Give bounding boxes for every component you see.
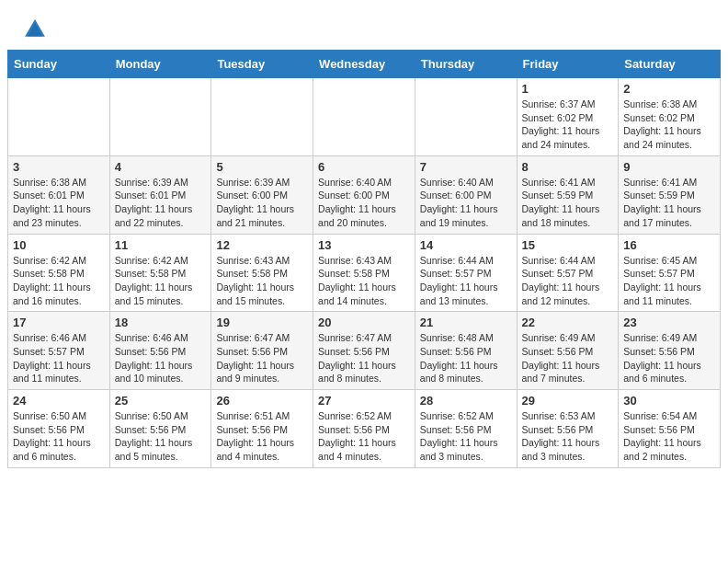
calendar-cell: 18Sunrise: 6:46 AMSunset: 5:56 PMDayligh… <box>109 312 211 390</box>
calendar-cell: 14Sunrise: 6:44 AMSunset: 5:57 PMDayligh… <box>415 234 517 312</box>
day-info: Sunrise: 6:48 AMSunset: 5:56 PMDaylight:… <box>420 331 512 385</box>
calendar-week-5: 24Sunrise: 6:50 AMSunset: 5:56 PMDayligh… <box>8 390 721 468</box>
calendar-cell: 1Sunrise: 6:37 AMSunset: 6:02 PMDaylight… <box>517 78 619 156</box>
calendar-cell: 28Sunrise: 6:52 AMSunset: 5:56 PMDayligh… <box>415 390 517 468</box>
day-info: Sunrise: 6:39 AMSunset: 6:00 PMDaylight:… <box>216 176 308 230</box>
calendar-cell: 5Sunrise: 6:39 AMSunset: 6:00 PMDaylight… <box>211 155 313 234</box>
day-number: 22 <box>522 316 614 329</box>
day-info: Sunrise: 6:50 AMSunset: 5:56 PMDaylight:… <box>13 409 105 464</box>
day-info: Sunrise: 6:47 AMSunset: 5:56 PMDaylight:… <box>216 331 308 385</box>
calendar-week-1: 1Sunrise: 6:37 AMSunset: 6:02 PMDaylight… <box>8 78 721 156</box>
day-number: 21 <box>420 316 512 329</box>
day-info: Sunrise: 6:52 AMSunset: 5:56 PMDaylight:… <box>420 409 512 464</box>
day-number: 10 <box>13 238 105 252</box>
calendar-cell: 3Sunrise: 6:38 AMSunset: 6:01 PMDaylight… <box>8 155 110 234</box>
calendar-cell: 13Sunrise: 6:43 AMSunset: 5:58 PMDayligh… <box>313 234 415 312</box>
header-row: Sunday Monday Tuesday Wednesday Thursday… <box>8 51 721 78</box>
day-info: Sunrise: 6:41 AMSunset: 5:59 PMDaylight:… <box>623 176 715 230</box>
calendar-cell: 10Sunrise: 6:42 AMSunset: 5:58 PMDayligh… <box>8 234 110 312</box>
day-number: 8 <box>522 160 614 174</box>
day-info: Sunrise: 6:53 AMSunset: 5:56 PMDaylight:… <box>522 409 614 464</box>
day-number: 17 <box>13 316 105 329</box>
day-number: 20 <box>318 316 410 329</box>
calendar-cell: 15Sunrise: 6:44 AMSunset: 5:57 PMDayligh… <box>517 234 619 312</box>
day-number: 25 <box>115 394 207 408</box>
day-number: 5 <box>216 160 308 174</box>
day-number: 7 <box>420 160 512 174</box>
calendar-cell <box>8 78 110 156</box>
day-number: 28 <box>420 394 512 408</box>
day-number: 12 <box>216 238 308 252</box>
calendar-cell: 20Sunrise: 6:47 AMSunset: 5:56 PMDayligh… <box>313 312 415 390</box>
day-info: Sunrise: 6:54 AMSunset: 5:56 PMDaylight:… <box>623 409 715 464</box>
day-info: Sunrise: 6:40 AMSunset: 6:00 PMDaylight:… <box>318 176 410 230</box>
calendar-week-4: 17Sunrise: 6:46 AMSunset: 5:57 PMDayligh… <box>8 312 721 390</box>
calendar-table: Sunday Monday Tuesday Wednesday Thursday… <box>7 50 721 468</box>
calendar-week-3: 10Sunrise: 6:42 AMSunset: 5:58 PMDayligh… <box>8 234 721 312</box>
day-number: 19 <box>216 316 308 329</box>
day-info: Sunrise: 6:52 AMSunset: 5:56 PMDaylight:… <box>318 409 410 464</box>
day-info: Sunrise: 6:47 AMSunset: 5:56 PMDaylight:… <box>318 331 410 385</box>
day-info: Sunrise: 6:46 AMSunset: 5:57 PMDaylight:… <box>13 331 105 385</box>
calendar-header: Sunday Monday Tuesday Wednesday Thursday… <box>8 51 721 78</box>
calendar-cell <box>109 78 211 156</box>
day-info: Sunrise: 6:46 AMSunset: 5:56 PMDaylight:… <box>115 331 207 385</box>
calendar-cell: 7Sunrise: 6:40 AMSunset: 6:00 PMDaylight… <box>415 155 517 234</box>
col-wednesday: Wednesday <box>313 51 415 78</box>
day-number: 6 <box>318 160 410 174</box>
day-number: 11 <box>115 238 207 252</box>
calendar-cell: 24Sunrise: 6:50 AMSunset: 5:56 PMDayligh… <box>8 390 110 468</box>
day-info: Sunrise: 6:45 AMSunset: 5:57 PMDaylight:… <box>623 254 715 308</box>
day-number: 27 <box>318 394 410 408</box>
logo <box>22 17 51 42</box>
calendar-cell: 21Sunrise: 6:48 AMSunset: 5:56 PMDayligh… <box>415 312 517 390</box>
day-number: 24 <box>13 394 105 408</box>
day-info: Sunrise: 6:39 AMSunset: 6:01 PMDaylight:… <box>115 176 207 230</box>
calendar-cell <box>415 78 517 156</box>
day-info: Sunrise: 6:44 AMSunset: 5:57 PMDaylight:… <box>420 254 512 308</box>
day-info: Sunrise: 6:38 AMSunset: 6:01 PMDaylight:… <box>13 176 105 230</box>
calendar-cell: 9Sunrise: 6:41 AMSunset: 5:59 PMDaylight… <box>619 155 721 234</box>
col-monday: Monday <box>109 51 211 78</box>
day-number: 30 <box>623 394 715 408</box>
calendar-cell: 16Sunrise: 6:45 AMSunset: 5:57 PMDayligh… <box>619 234 721 312</box>
calendar-cell: 11Sunrise: 6:42 AMSunset: 5:58 PMDayligh… <box>109 234 211 312</box>
calendar-cell: 30Sunrise: 6:54 AMSunset: 5:56 PMDayligh… <box>619 390 721 468</box>
calendar-cell: 19Sunrise: 6:47 AMSunset: 5:56 PMDayligh… <box>211 312 313 390</box>
day-number: 15 <box>522 238 614 252</box>
calendar-cell: 2Sunrise: 6:38 AMSunset: 6:02 PMDaylight… <box>619 78 721 156</box>
day-info: Sunrise: 6:38 AMSunset: 6:02 PMDaylight:… <box>623 98 715 152</box>
col-friday: Friday <box>517 51 619 78</box>
calendar-cell: 12Sunrise: 6:43 AMSunset: 5:58 PMDayligh… <box>211 234 313 312</box>
day-number: 3 <box>13 160 105 174</box>
calendar-cell: 22Sunrise: 6:49 AMSunset: 5:56 PMDayligh… <box>517 312 619 390</box>
day-info: Sunrise: 6:44 AMSunset: 5:57 PMDaylight:… <box>522 254 614 308</box>
calendar-week-2: 3Sunrise: 6:38 AMSunset: 6:01 PMDaylight… <box>8 155 721 234</box>
col-sunday: Sunday <box>8 51 110 78</box>
page-header <box>0 0 728 50</box>
col-thursday: Thursday <box>415 51 517 78</box>
day-info: Sunrise: 6:41 AMSunset: 5:59 PMDaylight:… <box>522 176 614 230</box>
day-number: 26 <box>216 394 308 408</box>
day-number: 16 <box>623 238 715 252</box>
day-number: 29 <box>522 394 614 408</box>
calendar-cell <box>313 78 415 156</box>
day-info: Sunrise: 6:43 AMSunset: 5:58 PMDaylight:… <box>216 254 308 308</box>
day-info: Sunrise: 6:42 AMSunset: 5:58 PMDaylight:… <box>13 254 105 308</box>
calendar-cell: 8Sunrise: 6:41 AMSunset: 5:59 PMDaylight… <box>517 155 619 234</box>
calendar-cell: 6Sunrise: 6:40 AMSunset: 6:00 PMDaylight… <box>313 155 415 234</box>
day-info: Sunrise: 6:42 AMSunset: 5:58 PMDaylight:… <box>115 254 207 308</box>
day-number: 2 <box>623 82 715 96</box>
col-saturday: Saturday <box>619 51 721 78</box>
day-number: 9 <box>623 160 715 174</box>
calendar-wrapper: Sunday Monday Tuesday Wednesday Thursday… <box>0 50 728 476</box>
calendar-cell: 29Sunrise: 6:53 AMSunset: 5:56 PMDayligh… <box>517 390 619 468</box>
day-info: Sunrise: 6:50 AMSunset: 5:56 PMDaylight:… <box>115 409 207 464</box>
day-info: Sunrise: 6:49 AMSunset: 5:56 PMDaylight:… <box>522 331 614 385</box>
calendar-cell: 17Sunrise: 6:46 AMSunset: 5:57 PMDayligh… <box>8 312 110 390</box>
calendar-cell <box>211 78 313 156</box>
calendar-cell: 25Sunrise: 6:50 AMSunset: 5:56 PMDayligh… <box>109 390 211 468</box>
day-info: Sunrise: 6:49 AMSunset: 5:56 PMDaylight:… <box>623 331 715 385</box>
calendar-cell: 4Sunrise: 6:39 AMSunset: 6:01 PMDaylight… <box>109 155 211 234</box>
logo-icon <box>22 17 48 42</box>
